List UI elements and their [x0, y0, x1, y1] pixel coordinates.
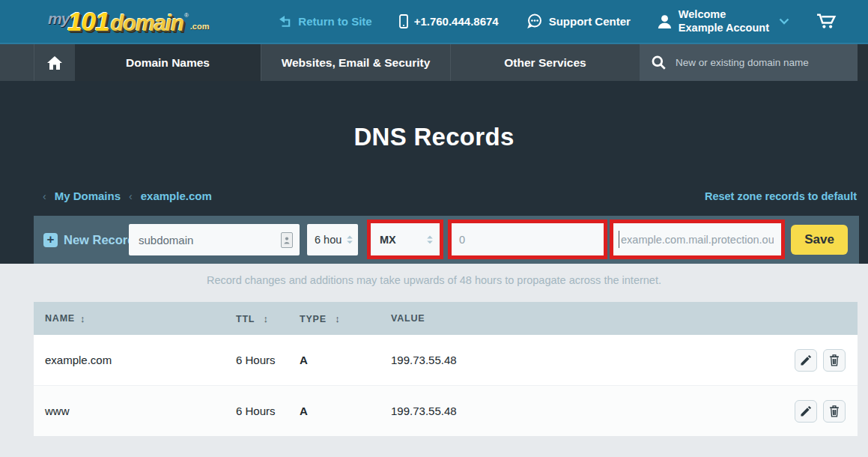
header-type: TYPE	[300, 314, 327, 324]
edit-record-button[interactable]	[795, 349, 817, 372]
breadcrumb-example-com[interactable]: example.com	[141, 190, 212, 202]
record-name: example.com	[45, 354, 112, 366]
value-input-highlight	[610, 220, 785, 259]
logo-my: my	[48, 10, 69, 28]
reset-zone-records-link[interactable]: Reset zone records to default	[705, 190, 857, 202]
ttl-select[interactable]: 6 hou	[307, 224, 358, 255]
record-type: A	[300, 405, 308, 417]
home-icon	[47, 56, 62, 70]
tab-domain-names[interactable]: Domain Names	[75, 44, 261, 81]
subdomain-field-wrap	[129, 224, 300, 255]
header-name: NAME	[45, 313, 75, 324]
tab-label: Websites, Email & Security	[282, 56, 431, 70]
support-headset-icon	[526, 13, 543, 29]
account-menu[interactable]: Welcome Example Account	[658, 8, 789, 34]
return-arrow-icon	[279, 16, 292, 27]
table-row: example.com 6 Hours A 199.73.55.48	[34, 335, 858, 385]
phone-link[interactable]: +1.760.444.8674	[399, 14, 499, 28]
sort-icon[interactable]: ↕	[335, 313, 340, 324]
tab-label: Other Services	[504, 56, 586, 70]
priority-input[interactable]	[452, 223, 604, 255]
return-to-site-link[interactable]: Return to Site	[279, 15, 371, 28]
plus-icon: +	[43, 233, 58, 247]
phone-number: +1.760.444.8674	[414, 15, 499, 28]
support-center-link[interactable]: Support Center	[526, 13, 631, 29]
new-record-label: New Record	[64, 233, 135, 247]
main-nav: Domain Names Websites, Email & Security …	[0, 43, 868, 81]
hero-section: DNS Records ‹ My Domains ‹ example.com R…	[0, 81, 868, 264]
support-center-label: Support Center	[549, 15, 631, 28]
new-record-bar: + New Record 6 hou MX	[34, 216, 859, 264]
select-arrows-icon	[426, 235, 434, 244]
priority-input-highlight	[448, 220, 607, 259]
record-type: A	[300, 354, 308, 366]
type-select-highlight: MX	[367, 220, 443, 259]
logo-101: 101	[67, 7, 109, 37]
user-icon	[658, 15, 672, 28]
ttl-selected-value: 6 hou	[315, 234, 342, 246]
breadcrumb-my-domains[interactable]: My Domains	[55, 190, 121, 202]
tab-websites-email-security[interactable]: Websites, Email & Security	[261, 44, 450, 81]
table-header-row: NAME ↕ TTL ↕ TYPE ↕ VALUE	[34, 302, 858, 335]
delete-record-button[interactable]	[823, 349, 846, 372]
new-record-button[interactable]: + New Record	[43, 216, 135, 264]
record-value: 199.73.55.48	[391, 354, 457, 366]
search-icon	[652, 55, 666, 70]
tab-other-services[interactable]: Other Services	[450, 44, 640, 81]
tab-label: Domain Names	[126, 56, 210, 70]
cart-button[interactable]	[816, 13, 837, 29]
autofill-contact-icon[interactable]	[281, 232, 293, 248]
return-to-site-label: Return to Site	[298, 15, 371, 28]
select-arrows-icon	[346, 235, 353, 244]
dns-records-page: my101domain®.com Return to Site +1.760.4…	[0, 0, 868, 457]
site-logo[interactable]: my101domain®.com	[48, 7, 209, 37]
record-ttl: 6 Hours	[236, 354, 276, 366]
home-tab[interactable]	[34, 44, 75, 81]
breadcrumb-chevron-icon: ‹	[43, 190, 46, 202]
account-name: Example Account	[679, 22, 769, 34]
logo-com: .com	[190, 22, 210, 31]
table-row: www 6 Hours A 199.73.55.48	[34, 385, 858, 436]
sort-icon[interactable]: ↕	[80, 313, 85, 324]
record-value: 199.73.55.48	[391, 405, 457, 417]
page-title: DNS Records	[0, 123, 868, 151]
header-links: Return to Site +1.760.444.8674 Support C…	[279, 8, 868, 34]
domain-search-box	[640, 44, 858, 81]
record-value-input[interactable]	[613, 223, 781, 255]
save-button[interactable]: Save	[791, 225, 848, 255]
delete-record-button[interactable]	[823, 400, 846, 423]
record-ttl: 6 Hours	[236, 405, 276, 417]
breadcrumb-row: ‹ My Domains ‹ example.com Reset zone re…	[43, 190, 857, 202]
domain-search-input[interactable]	[674, 56, 849, 69]
header-ttl: TTL	[236, 314, 255, 324]
header-value: VALUE	[391, 313, 425, 324]
record-name: www	[45, 405, 70, 417]
mobile-phone-icon	[399, 14, 408, 28]
edit-record-button[interactable]	[795, 400, 817, 423]
welcome-label: Welcome	[679, 8, 769, 21]
nav-left-spacer	[0, 44, 34, 81]
breadcrumb-chevron-icon: ‹	[129, 190, 133, 202]
dns-records-table: NAME ↕ TTL ↕ TYPE ↕ VALUE example.com	[34, 302, 858, 436]
breadcrumb: ‹ My Domains ‹ example.com	[43, 190, 212, 202]
subdomain-input[interactable]	[129, 224, 300, 255]
sort-icon[interactable]: ↕	[263, 313, 268, 324]
nav-right-fill	[858, 44, 868, 81]
record-type-selected-value: MX	[380, 234, 396, 246]
propagation-notice: Record changes and additions may take up…	[0, 274, 868, 286]
logo-registered-mark: ®	[184, 12, 189, 19]
logo-domain: domain	[111, 11, 183, 36]
chevron-down-icon	[779, 18, 789, 25]
text-caret	[619, 231, 619, 248]
record-type-select[interactable]: MX	[371, 223, 440, 255]
records-section: Record changes and additions may take up…	[0, 264, 868, 457]
top-header-bar: my101domain®.com Return to Site +1.760.4…	[0, 0, 868, 43]
